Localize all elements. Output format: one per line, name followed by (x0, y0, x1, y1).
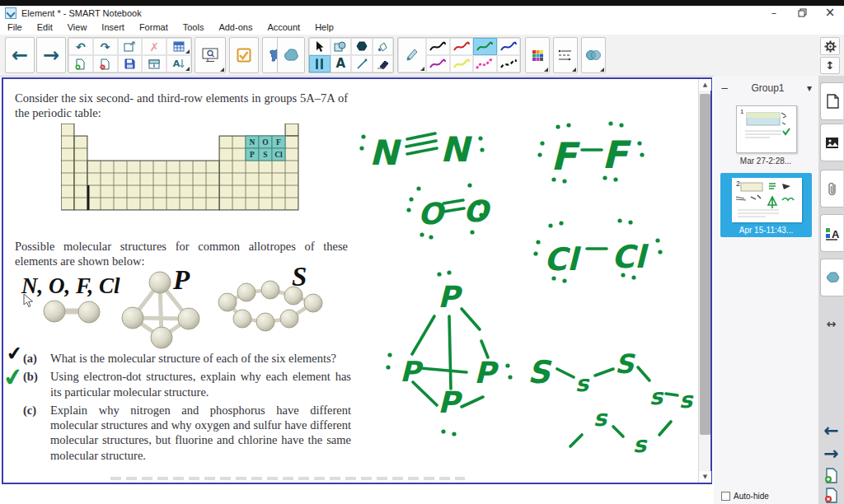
polygon-icon (356, 41, 368, 52)
minimize-button[interactable]: – (760, 6, 788, 20)
shapes-tool[interactable] (331, 38, 352, 55)
question-a: ✔ (a) What is the molecular structure of… (23, 351, 351, 366)
screen-shade-button[interactable] (142, 55, 166, 72)
question-c-text: Explain why nitrogen and phosphorus have… (50, 404, 351, 462)
tab-page-sorter[interactable] (820, 82, 843, 120)
eraser-icon (377, 59, 389, 69)
mouse-cursor (23, 293, 35, 308)
tools-group: A (308, 37, 394, 73)
menu-edit[interactable]: Edit (30, 22, 60, 32)
menu-account[interactable]: Account (260, 22, 307, 32)
screen-capture-button[interactable] (195, 37, 226, 73)
scroll-up-button[interactable]: ▲ (699, 79, 711, 91)
redo-button[interactable]: ↷ (93, 38, 118, 55)
menu-file[interactable]: File (0, 22, 30, 32)
autohide-checkbox-box[interactable] (721, 492, 730, 501)
question-b-text: Using electron-dot structures, explain w… (50, 370, 351, 398)
page-forward-button[interactable]: → (36, 37, 66, 73)
tab-addons[interactable] (820, 259, 843, 296)
pen-style-pink-dotted[interactable] (473, 55, 497, 72)
screen-shade-icon (148, 59, 160, 69)
tab-gallery[interactable] (820, 124, 843, 161)
line-tool[interactable] (351, 55, 373, 72)
check-response-button[interactable] (229, 37, 259, 73)
line-style-icon (558, 49, 573, 62)
pen-style-blue[interactable] (497, 38, 521, 55)
pen-style-red[interactable] (450, 38, 474, 55)
pen-style-green-selected[interactable] (473, 38, 497, 55)
pen-style-black-dashed[interactable] (497, 55, 521, 72)
add-page-button[interactable] (68, 55, 93, 72)
delete-page-sidebar-button[interactable] (818, 488, 844, 503)
save-button[interactable] (118, 55, 143, 72)
sidebar-resize-handle[interactable]: ↔ (818, 318, 844, 329)
addon-shape-icon (825, 271, 840, 284)
color-palette-button[interactable] (525, 37, 550, 73)
eraser-tool[interactable] (373, 55, 394, 72)
delete-button[interactable]: ✗ (142, 38, 166, 55)
line-style-button[interactable] (553, 37, 578, 73)
undo-button[interactable]: ↶ (68, 38, 93, 55)
question-b: ✔ (b) Using electron-dot structures, exp… (23, 369, 351, 399)
page-thumbnail-1[interactable]: 1 Mar 27-2:28... (736, 105, 795, 166)
questions-block: ✔ (a) What is the molecular structure of… (23, 351, 351, 466)
table-button[interactable] (166, 38, 191, 55)
group-collapse-button[interactable]: − (720, 83, 729, 93)
menu-help[interactable]: Help (307, 22, 341, 32)
notebook-page-canvas[interactable]: Consider the six second- and third-row e… (2, 77, 712, 484)
paperclip-icon (828, 181, 837, 197)
polygon-tool[interactable] (351, 38, 373, 55)
menu-view[interactable]: View (60, 22, 95, 32)
import-button[interactable] (118, 38, 143, 55)
smart-notebook-window: Element * - SMART Notebook – × File Edit… (0, 0, 844, 504)
menu-insert[interactable]: Insert (94, 22, 132, 32)
fill-tool[interactable] (373, 38, 394, 55)
label-phosphorus: P (173, 265, 190, 296)
page-thumbnail-2-selected[interactable]: 2 Apr 15-11:43... (720, 173, 812, 237)
measurement-tools[interactable] (309, 55, 331, 72)
transparency-button[interactable] (581, 37, 606, 73)
window-title: Element * - SMART Notebook (21, 8, 142, 18)
scroll-down-button[interactable]: ▼ (699, 471, 711, 483)
measurement-icon (314, 58, 326, 70)
question-c: (c) Explain why nitrogen and phosphorus … (23, 403, 351, 463)
color-palette-icon (532, 49, 544, 62)
page-2-label: Apr 15-11:43... (720, 226, 812, 235)
question-a-id: (a) (23, 351, 37, 366)
select-tool[interactable] (309, 38, 331, 55)
text-tool[interactable]: A (331, 55, 352, 72)
tab-properties[interactable]: A (820, 214, 843, 252)
toolbar: ← → ↶ ↷ ✗ A (0, 35, 844, 77)
stamp-pad-button[interactable] (277, 37, 305, 73)
table-icon (173, 41, 185, 52)
page-back-button[interactable]: ← (5, 37, 35, 73)
menubar: File Edit View Insert Format Tools Add-o… (0, 20, 844, 35)
pen-style-purple[interactable] (426, 55, 450, 72)
question-b-id: (b) (23, 369, 38, 384)
previous-page-button[interactable]: ← (818, 422, 844, 440)
menu-format[interactable]: Format (132, 22, 176, 32)
close-button[interactable]: × (816, 6, 844, 20)
menu-tools[interactable]: Tools (176, 22, 212, 32)
canvas-scrollbar: ▲ ▼ (698, 79, 710, 483)
toolbar-settings-button[interactable] (820, 37, 840, 55)
pen-style-black[interactable] (426, 38, 450, 55)
menu-addons[interactable]: Add-ons (211, 22, 260, 32)
question-a-text: What is the molecular structure of each … (50, 352, 336, 365)
delete-page-button[interactable] (93, 55, 118, 72)
group-dropdown-icon[interactable]: ▾ (807, 83, 812, 93)
pen-style-yellow[interactable] (450, 55, 474, 72)
sort-button[interactable]: A (166, 55, 191, 72)
restore-button[interactable] (788, 6, 816, 20)
add-page-sidebar-button[interactable] (818, 468, 844, 483)
group-title[interactable]: Group1 (729, 82, 807, 94)
next-page-button[interactable]: → (818, 445, 844, 463)
gallery-icon (825, 137, 839, 149)
scrollbar-thumb[interactable] (700, 94, 710, 435)
import-icon (124, 41, 135, 52)
tab-attachments[interactable] (820, 170, 843, 208)
stamp-pad-icon (283, 48, 299, 63)
toolbar-move-button[interactable]: ↕ (820, 57, 840, 74)
pen-tool[interactable] (398, 38, 426, 72)
autohide-checkbox[interactable]: Auto-hide (721, 492, 769, 501)
